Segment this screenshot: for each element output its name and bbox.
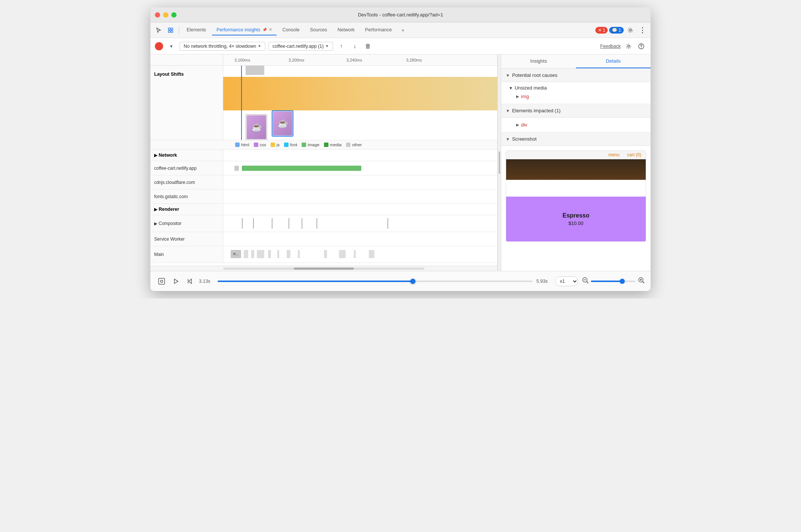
espresso-label: Espresso — [562, 212, 589, 219]
chevron-down-icon[interactable]: ▼ — [166, 41, 177, 51]
tab-elements[interactable]: Elements — [182, 25, 211, 35]
network-row-3: fonts.gstatic.com — [150, 190, 497, 204]
html-color-dot — [235, 143, 240, 147]
error-badge[interactable]: ✕ 1 — [595, 27, 608, 34]
tick-6 — [317, 218, 317, 229]
main-task-7 — [298, 250, 300, 258]
console-tab-label: Console — [283, 27, 300, 32]
renderer-content — [223, 204, 497, 215]
legend-image: image — [302, 143, 319, 147]
settings-button[interactable] — [624, 41, 633, 51]
legend-js: js — [271, 143, 280, 147]
div-item[interactable]: ▶ div — [509, 121, 646, 129]
network-row-label-3: fonts.gstatic.com — [150, 190, 223, 203]
horizontal-scrollbar[interactable] — [150, 266, 497, 271]
delete-button[interactable]: 🗑 — [363, 41, 373, 51]
screenshot-content: Espresso $10.00 — [506, 159, 646, 241]
renderer-label[interactable]: ▶ Renderer — [150, 204, 223, 215]
settings-icon[interactable] — [625, 25, 636, 35]
zoom-slider[interactable] — [591, 281, 636, 282]
tab-performance[interactable]: Performance — [361, 25, 396, 35]
scrollbar-thumb[interactable] — [294, 267, 354, 270]
more-options-icon[interactable]: ⋮ — [637, 25, 648, 35]
divider-handle — [499, 151, 500, 174]
slider-thumb[interactable] — [410, 279, 415, 284]
tab-insights[interactable]: Insights — [501, 54, 576, 68]
close-tab-icon[interactable]: ✕ — [269, 27, 272, 32]
screenshot-section[interactable]: ▼ Screenshot — [501, 132, 651, 146]
panel-divider[interactable] — [498, 54, 501, 271]
url-label: coffee-cart.netlify.app (1) — [272, 44, 324, 49]
upload-button[interactable]: ↑ — [336, 41, 346, 51]
tab-sources[interactable]: Sources — [305, 25, 331, 35]
main-content: 3,160ms 3,200ms 3,240ms 3,280ms Layout S… — [150, 54, 651, 271]
product-card-1[interactable]: ☕ — [246, 114, 267, 140]
main-task-5 — [277, 250, 279, 258]
root-causes-arrow: ▼ — [506, 73, 510, 78]
record-button[interactable] — [155, 42, 163, 50]
menu-link[interactable]: menu — [608, 152, 620, 157]
tab-details[interactable]: Details — [576, 54, 651, 68]
unsized-media-header[interactable]: ▼ Unsized media — [509, 85, 646, 91]
main-task-11 — [369, 250, 374, 258]
play-button[interactable] — [171, 276, 181, 287]
time-marker-3: 3,240ms — [346, 58, 362, 62]
network-collapse-arrow: ▶ — [154, 153, 157, 158]
zoom-in-button[interactable] — [638, 277, 645, 285]
info-badge[interactable]: 💬 1 — [609, 27, 624, 34]
main-task-6 — [287, 250, 290, 258]
help-button[interactable] — [636, 41, 646, 51]
timeline-header: 3,160ms 3,200ms 3,240ms 3,280ms — [150, 54, 497, 66]
image-color-dot — [302, 143, 306, 147]
minimize-button[interactable] — [163, 12, 168, 18]
time-end: 5.93s — [536, 279, 551, 284]
inspect-icon[interactable] — [165, 25, 176, 35]
info-count: 1 — [618, 28, 621, 33]
root-causes-section[interactable]: ▼ Potential root causes — [501, 69, 651, 82]
elements-impacted-section[interactable]: ▼ Elements impacted (1) — [501, 104, 651, 118]
svg-point-5 — [628, 45, 630, 47]
renderer-arrow: ▶ — [154, 207, 157, 212]
network-tab-label: Network — [337, 27, 355, 32]
zoom-thumb[interactable] — [620, 279, 625, 284]
feedback-button[interactable]: Feedback — [600, 44, 621, 49]
download-button[interactable]: ↓ — [349, 41, 360, 51]
img-item[interactable]: ▶ img — [509, 92, 646, 101]
performance-tab-label: Performance — [365, 27, 392, 32]
pin-icon: 📌 — [262, 28, 267, 32]
network-label[interactable]: ▶ Network — [150, 150, 223, 161]
screenshot-toggle-button[interactable] — [156, 276, 167, 287]
legend-media: media — [324, 143, 342, 147]
img-link: img — [521, 94, 529, 99]
main-toolbar: Elements Performance insights 📌 ✕ Consol… — [150, 22, 651, 38]
zoom-out-button[interactable] — [582, 277, 589, 285]
playback-slider[interactable] — [218, 281, 533, 282]
network-header-content — [223, 150, 497, 161]
dropdown-arrow: ▼ — [258, 44, 261, 48]
product-card-2[interactable]: ☕ — [272, 110, 293, 137]
main-task-3 — [257, 250, 264, 258]
close-button[interactable] — [155, 12, 160, 18]
tab-network[interactable]: Network — [333, 25, 359, 35]
time-marker-1: 3,160ms — [234, 58, 250, 62]
throttling-dropdown[interactable]: No network throttling, 4× slowdown ▼ — [180, 42, 265, 51]
compositor-row: ▶ Compositor — [150, 215, 497, 232]
titlebar: DevTools - coffee-cart.netlify.app/?ad=1 — [150, 7, 651, 22]
network-row-content-2 — [223, 175, 497, 189]
more-tabs-button[interactable]: » — [398, 25, 408, 35]
url-dropdown[interactable]: coffee-cart.netlify.app (1) ▼ — [268, 42, 333, 51]
speed-selector[interactable]: x1 x0.5 x2 — [555, 276, 578, 286]
maximize-button[interactable] — [171, 12, 177, 18]
main-task-9 — [339, 250, 346, 258]
tab-console[interactable]: Console — [278, 25, 304, 35]
tab-performance-insights[interactable]: Performance insights 📌 ✕ — [212, 25, 276, 35]
cart-link[interactable]: cart (0) — [627, 152, 641, 157]
window-title: DevTools - coffee-cart.netlify.app/?ad=1 — [358, 12, 443, 18]
main-task-4 — [268, 250, 271, 258]
url-dropdown-arrow: ▼ — [325, 44, 329, 48]
skip-to-start-button[interactable] — [185, 276, 195, 287]
panel-tabs: Insights Details — [501, 54, 651, 69]
cursor-icon[interactable] — [153, 25, 164, 35]
font-color-dot — [284, 143, 289, 147]
error-count: 1 — [603, 28, 605, 33]
